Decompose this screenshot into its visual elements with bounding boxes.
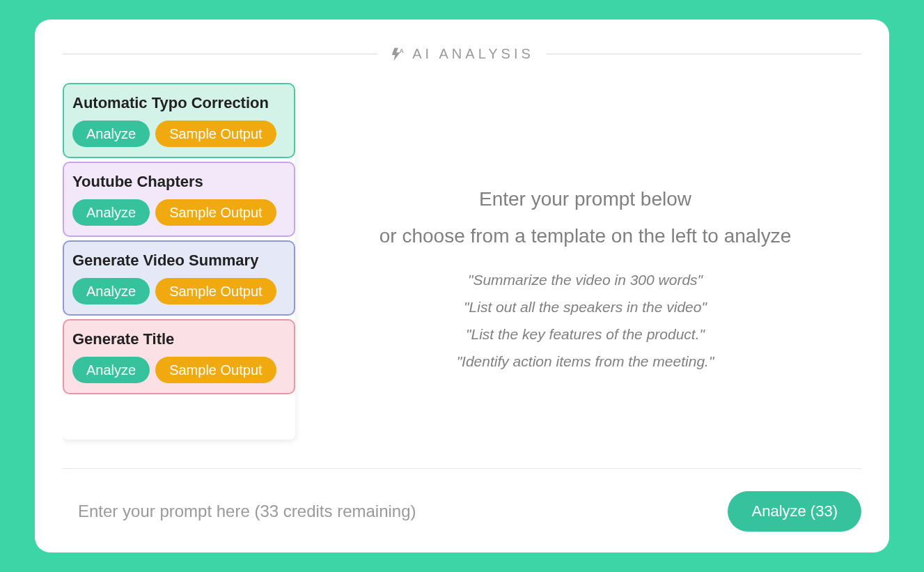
header-title: AI ANALYSIS [412, 46, 534, 62]
sample-output-button[interactable]: Sample Output [155, 278, 276, 304]
template-card-chapters[interactable]: Youtube Chapters Analyze Sample Output [63, 162, 295, 237]
analyze-button[interactable]: Analyze [72, 278, 150, 304]
analyze-button[interactable]: Analyze [72, 199, 150, 226]
sample-output-button[interactable]: Sample Output [155, 199, 276, 226]
content-area: Automatic Typo Correction Analyze Sample… [63, 83, 861, 463]
instructions-examples: "Summarize the video in 300 words" "List… [457, 267, 714, 375]
analyze-button[interactable]: Analyze [72, 357, 150, 383]
section-header: A AI ANALYSIS [63, 46, 861, 62]
divider-right [547, 54, 861, 54]
divider-left [63, 54, 377, 54]
ai-flash-icon: A [390, 47, 405, 62]
template-actions: Analyze Sample Output [72, 357, 285, 383]
template-actions: Analyze Sample Output [72, 278, 285, 304]
templates-column: Automatic Typo Correction Analyze Sample… [63, 83, 295, 440]
template-title: Generate Video Summary [72, 252, 285, 270]
template-title: Youtube Chapters [72, 173, 285, 191]
instructions-main: Enter your prompt below or choose from a… [379, 180, 791, 254]
instructions-line1: Enter your prompt below [379, 180, 791, 217]
instructions-line2: or choose from a template on the left to… [379, 217, 791, 254]
template-card-title[interactable]: Generate Title Analyze Sample Output [63, 319, 295, 394]
sample-output-button[interactable]: Sample Output [155, 121, 276, 147]
analyze-button[interactable]: Analyze [72, 121, 150, 147]
example-prompt: "List out all the speakers in the video" [457, 294, 714, 321]
instructions-area: Enter your prompt below or choose from a… [309, 83, 861, 463]
template-card-typo[interactable]: Automatic Typo Correction Analyze Sample… [63, 83, 295, 158]
sample-output-button[interactable]: Sample Output [155, 357, 276, 383]
example-prompt: "List the key features of the product." [457, 321, 714, 348]
example-prompt: "Summarize the video in 300 words" [457, 267, 714, 294]
svg-text:A: A [400, 48, 405, 54]
template-actions: Analyze Sample Output [72, 121, 285, 147]
template-actions: Analyze Sample Output [72, 199, 285, 226]
template-title: Generate Title [72, 330, 285, 348]
analyze-submit-button[interactable]: Analyze (33) [728, 491, 861, 532]
template-card-summary[interactable]: Generate Video Summary Analyze Sample Ou… [63, 240, 295, 316]
prompt-footer: Analyze (33) [63, 468, 861, 532]
main-panel: A AI ANALYSIS Automatic Typo Correction … [35, 20, 889, 552]
example-prompt: "Identify action items from the meeting.… [457, 348, 714, 376]
template-title: Automatic Typo Correction [72, 94, 285, 112]
header-title-wrap: A AI ANALYSIS [390, 46, 534, 62]
prompt-input[interactable] [75, 496, 714, 527]
